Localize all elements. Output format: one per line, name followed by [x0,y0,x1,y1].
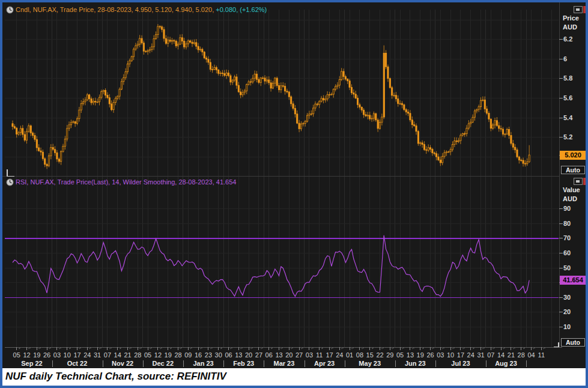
candle-body [123,77,124,81]
candle-body [466,128,467,133]
candle-body [389,79,390,88]
candle-body [52,147,53,149]
candle-body [297,114,298,123]
candle-body [386,53,387,67]
candle-body [246,85,247,91]
candle-body [64,139,65,147]
candle-body [448,152,449,153]
price-tick-label: 5.6 [563,94,585,102]
candle-body [76,119,77,124]
candle-body [137,44,138,46]
candle-body [518,157,520,160]
candle-body [426,150,427,150]
candle-body [410,114,411,120]
candle-body [490,119,491,128]
candle-body [363,110,365,115]
candle-body [276,78,277,85]
month-label: Apr 23 [305,360,344,368]
candle-body [482,100,483,100]
candle-body [392,88,393,95]
rsi-tick-label: 20 [563,308,585,316]
candle-body [34,135,35,139]
candle-body [133,49,135,56]
candle-body [387,67,389,79]
candle-body [32,133,34,135]
restore-window-icon[interactable] [574,178,583,185]
candle-body [14,127,15,129]
candle-body [202,49,203,52]
rsi-legend-text: RSI, NUF.AX, Trade Price(Last), 14, Wild… [16,178,236,186]
candle-body [171,40,172,41]
rsi-axis-unit: AUD [563,195,584,202]
candle-body [488,113,489,119]
candle-body [151,47,153,50]
candle-body [401,103,402,105]
candle-body [236,77,237,85]
candle-body [254,74,255,78]
candle-body [515,147,516,150]
candle-body [369,115,371,119]
candle-body [527,162,528,163]
candle-body [248,82,249,85]
candle-body [107,95,108,97]
candle-body [436,154,437,157]
candle-body [159,26,160,27]
candle-body [339,79,340,85]
candle-body [420,143,421,144]
candle-body [529,155,530,162]
candle-body [24,135,25,140]
candle-body [74,122,76,124]
candle-body [508,130,509,136]
candle-body [214,67,215,69]
candle-body [456,141,457,141]
candle-body [99,97,100,102]
candle-body [272,83,273,88]
candle-body [335,86,336,89]
candle-body [79,110,80,119]
close-icon[interactable] [583,178,586,185]
restore-window-icon[interactable] [574,6,583,13]
clock-icon[interactable] [6,178,14,186]
candle-body [303,123,304,124]
candle-body [30,126,31,133]
candle-body [500,129,502,129]
candle-body [222,73,223,74]
candle-body [484,100,485,109]
candle-body [147,50,148,52]
candle-body [242,92,243,95]
candle-body [278,85,279,89]
candle-body [83,102,84,103]
candle-body [109,98,110,104]
candle-body [331,94,332,95]
candle-body [329,94,330,95]
candle-body [480,100,481,107]
candle-body [512,144,514,147]
candle-body [404,105,405,110]
candle-body [280,86,282,90]
rsi-axis-title: Value [563,186,584,193]
candle-body [399,103,401,104]
candle-body [381,117,383,122]
candle-body [474,111,475,118]
candle-body [198,46,199,50]
candle-body [230,76,231,82]
candle-body [496,121,497,126]
price-tick-label: 5.4 [563,114,585,122]
candle-body [228,73,229,75]
candle-body [321,99,322,102]
candle-body [494,121,496,125]
candle-body [351,87,352,92]
candle-body [180,38,181,44]
rsi-auto-button[interactable]: Auto [561,338,585,347]
price-auto-button[interactable]: Auto [561,166,585,174]
candle-body [169,40,171,41]
candle-body [325,99,326,100]
month-label: Jul 23 [441,360,480,368]
candle-body [68,125,70,129]
candle-body [438,157,439,160]
candle-body [26,132,27,140]
close-icon[interactable] [583,6,586,13]
month-label: Jun 23 [396,360,434,368]
clock-icon[interactable] [6,6,14,14]
candle-body [486,109,488,113]
